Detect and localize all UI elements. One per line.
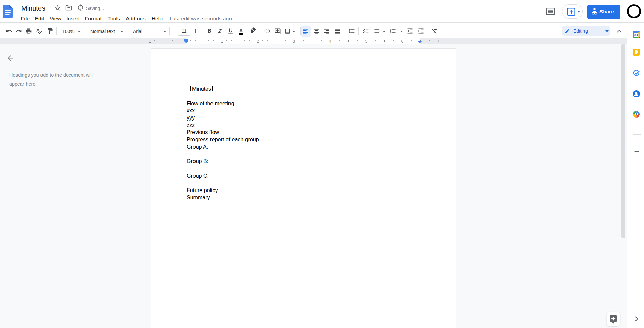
svg-text:31: 31 [634, 33, 638, 37]
